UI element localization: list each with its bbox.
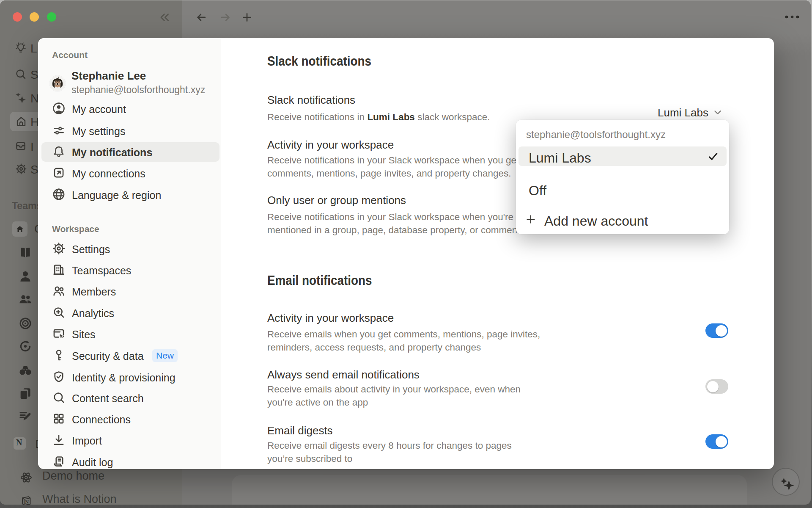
svg-text:N: N [25,499,29,505]
